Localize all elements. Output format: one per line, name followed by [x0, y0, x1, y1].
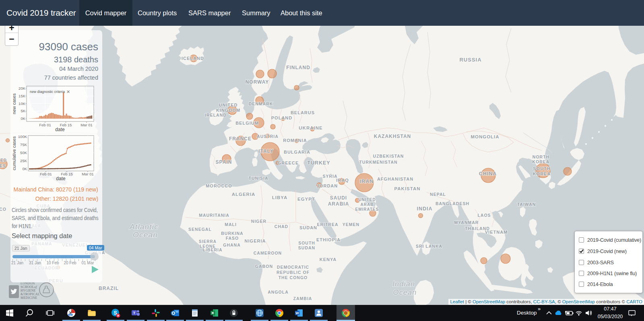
svg-text:NIGERIA: NIGERIA: [245, 239, 266, 243]
svg-text:RUSSIA: RUSSIA: [459, 57, 481, 63]
svg-text:BRAZIL: BRAZIL: [99, 286, 119, 291]
svg-text:ED: ED: [0, 158, 7, 163]
svg-text:DEMOCRATIC: DEMOCRATIC: [277, 265, 309, 270]
svg-text:SPAIN: SPAIN: [216, 159, 232, 165]
svg-text:YEMEN: YEMEN: [343, 222, 359, 227]
svg-text:NORWAY: NORWAY: [246, 79, 269, 85]
svg-text:TUNISIA: TUNISIA: [249, 176, 268, 181]
svg-text:new diagnostic criteria: new diagnostic criteria: [30, 90, 65, 94]
svg-text:UZBEKISTAN: UZBEKISTAN: [373, 154, 404, 158]
svg-text:BULGARIA: BULGARIA: [284, 150, 310, 154]
svg-text:CHINA: CHINA: [479, 171, 497, 177]
svg-text:5K: 5K: [21, 109, 25, 113]
svg-text:ARABIA: ARABIA: [328, 201, 349, 207]
svg-text:SIERRA: SIERRA: [199, 239, 217, 244]
svg-text:KOREA: KOREA: [533, 159, 550, 164]
svg-text:THE CONGO: THE CONGO: [279, 275, 308, 280]
svg-text:✕: ✕: [66, 89, 70, 94]
svg-text:NEPAL: NEPAL: [430, 192, 446, 197]
svg-text:T: T: [133, 311, 136, 315]
svg-text:ARAB: ARAB: [361, 202, 374, 207]
svg-text:FASO: FASO: [226, 236, 239, 241]
svg-text:IRAQ: IRAQ: [336, 178, 349, 183]
svg-text:Feb 01: Feb 01: [39, 123, 51, 127]
svg-text:Ocean: Ocean: [133, 230, 158, 239]
svg-text:ES: ES: [0, 164, 6, 168]
svg-text:ERITREA: ERITREA: [317, 222, 338, 227]
svg-text:75K: 75K: [20, 142, 27, 147]
svg-text:BELGIUM: BELGIUM: [235, 121, 259, 126]
svg-text:SUDAN: SUDAN: [299, 225, 317, 230]
svg-text:cumulative cases: cumulative cases: [12, 136, 17, 170]
svg-text:MAURITANIA: MAURITANIA: [199, 213, 229, 218]
svg-text:Feb 01: Feb 01: [40, 172, 52, 176]
svg-text:BANGLADESH: BANGLADESH: [436, 201, 469, 206]
svg-text:LIBYA: LIBYA: [272, 195, 287, 200]
svg-text:SYRIA: SYRIA: [322, 174, 337, 179]
svg-text:MYANMAR: MYANMAR: [454, 220, 479, 225]
svg-text:VIETNAM: VIETNAM: [485, 230, 508, 235]
svg-text:CHAD: CHAD: [275, 224, 288, 229]
svg-text:LIBERIA: LIBERIA: [203, 247, 223, 252]
svg-text:10K: 10K: [19, 101, 26, 106]
svg-text:CAMEROON: CAMEROON: [254, 251, 282, 255]
svg-text:ETHIOPIA: ETHIOPIA: [316, 237, 341, 242]
svg-text:LAOS: LAOS: [477, 213, 491, 218]
svg-text:ANGOLA: ANGOLA: [268, 290, 289, 294]
svg-text:GHANA: GHANA: [223, 243, 241, 247]
svg-text:UKRAINE: UKRAINE: [299, 126, 322, 130]
svg-text:NIGER: NIGER: [251, 219, 266, 224]
svg-text:SOUTH: SOUTH: [298, 241, 315, 245]
svg-text:ROMANIA: ROMANIA: [283, 138, 307, 143]
svg-text:100K: 100K: [18, 134, 27, 139]
svg-text:NORTH: NORTH: [533, 154, 549, 159]
svg-text:AFGHANISTAN: AFGHANISTAN: [377, 177, 413, 181]
svg-text:SUDAN: SUDAN: [298, 245, 315, 250]
svg-text:EGYPT: EGYPT: [297, 197, 315, 202]
svg-text:20K: 20K: [19, 86, 26, 91]
svg-text:PAKISTAN: PAKISTAN: [394, 186, 420, 191]
svg-text:15K: 15K: [19, 94, 26, 98]
svg-text:SAUDI: SAUDI: [330, 195, 347, 201]
svg-text:ICELAND: ICELAND: [182, 56, 204, 61]
svg-text:JORDAN: JORDAN: [317, 183, 338, 188]
svg-text:IRAN: IRAN: [360, 179, 374, 184]
svg-text:TAIWAN: TAIWAN: [517, 202, 536, 207]
svg-text:FRANCE: FRANCE: [229, 136, 252, 142]
svg-text:0K: 0K: [21, 116, 25, 121]
svg-text:SOUTH: SOUTH: [533, 166, 551, 171]
svg-text:UNITED: UNITED: [358, 198, 376, 202]
svg-text:FINLAND: FINLAND: [286, 65, 310, 70]
svg-text:GREECE: GREECE: [278, 160, 299, 165]
svg-text:EMIRATES: EMIRATES: [355, 207, 379, 212]
svg-text:KINGDOM: KINGDOM: [216, 108, 240, 113]
svg-text:ITALY: ITALY: [258, 148, 274, 154]
svg-text:INDIA: INDIA: [417, 206, 432, 212]
svg-text:KENYA: KENYA: [320, 257, 337, 262]
svg-text:date: date: [56, 176, 66, 181]
svg-text:GABON: GABON: [255, 264, 273, 269]
svg-text:SRI LANKA: SRI LANKA: [416, 244, 442, 249]
svg-text:AUSTRIA: AUSTRIA: [257, 134, 279, 139]
svg-text:MALI: MALI: [225, 222, 237, 227]
svg-text:UNITED: UNITED: [219, 103, 238, 107]
svg-text:KOREA: KOREA: [533, 171, 551, 176]
svg-text:Mar 01: Mar 01: [82, 172, 94, 176]
svg-text:date: date: [55, 127, 65, 132]
svg-text:MOROCCO: MOROCCO: [206, 183, 232, 188]
svg-text:TURKEY: TURKEY: [307, 160, 330, 166]
svg-text:IRELAND: IRELAND: [205, 113, 227, 117]
svg-text:TURKMENISTAN: TURKMENISTAN: [359, 160, 397, 165]
svg-text:BELARUS: BELARUS: [291, 110, 315, 115]
svg-text:Indian: Indian: [392, 280, 415, 288]
svg-text:ALGERIA: ALGERIA: [232, 192, 256, 197]
svg-text:Atlantic: Atlantic: [129, 222, 159, 231]
svg-text:25K: 25K: [20, 158, 27, 163]
svg-text:DENMARK: DENMARK: [249, 101, 273, 106]
svg-text:MONGOLIA: MONGOLIA: [471, 134, 499, 139]
svg-text:0K: 0K: [22, 167, 27, 171]
svg-text:Ocean: Ocean: [393, 288, 417, 296]
svg-text:POLAND: POLAND: [271, 115, 292, 120]
svg-text:REPUBLIC OF: REPUBLIC OF: [277, 270, 310, 275]
svg-text:new cases: new cases: [12, 93, 17, 114]
